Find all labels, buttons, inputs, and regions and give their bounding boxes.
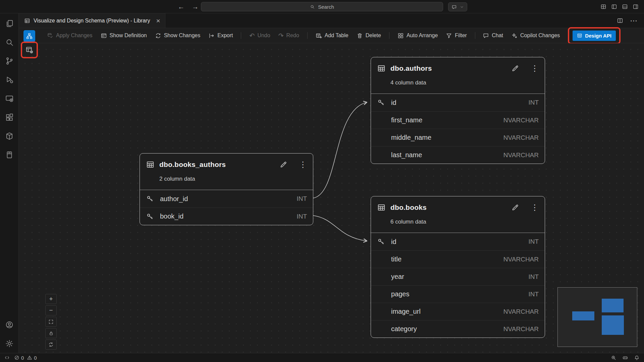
sync-icon [48,342,54,347]
layout-controls [600,0,639,13]
table-menu-button[interactable]: ⋮ [531,203,539,212]
minimap[interactable] [557,287,637,347]
copilot-titlebar-menu[interactable] [448,2,467,11]
entity-table-authors[interactable]: dbo.authors ⋮ 4 column data id INT first… [371,57,545,164]
apply-changes-button[interactable]: Apply Changes [47,33,93,39]
column-row[interactable]: first_name NVARCHAR [371,111,545,129]
toggle-secondary-sidebar-icon[interactable] [633,4,639,10]
column-type: INT [528,238,539,245]
notifications-bell-icon[interactable] [634,355,640,361]
column-name: year [391,273,404,281]
delete-button[interactable]: Delete [357,33,381,39]
table-icon [377,64,386,73]
account-icon[interactable] [2,317,17,332]
title-bar: ← → Search [0,0,644,13]
explorer-icon[interactable] [2,16,17,31]
column-row[interactable]: id INT [371,233,545,250]
redo-icon: ↷ [278,33,284,39]
status-bar: 0 0 [0,353,644,362]
column-rows: author_id INT book_id INT [140,190,313,225]
table-definition-view-button[interactable] [24,44,35,56]
entity-table-books[interactable]: dbo.books ⋮ 6 column data id INT title N… [371,196,545,338]
search-sidebar-icon[interactable] [2,35,17,50]
more-actions-icon[interactable]: ⋯ [630,16,637,25]
column-type: INT [528,99,539,106]
remote-indicator[interactable] [4,355,10,360]
edit-table-button[interactable] [279,161,287,169]
copilot-changes-button[interactable]: Copilot Changes [511,33,560,39]
schema-designer-view-button[interactable] [23,30,35,42]
column-row[interactable]: title NVARCHAR [371,250,545,268]
customize-layout-icon[interactable] [600,4,606,10]
reset-layout-button[interactable] [45,340,57,350]
auto-arrange-button[interactable]: Auto Arrange [397,33,438,39]
column-row[interactable]: last_name NVARCHAR [371,146,545,164]
zoom-out-button[interactable]: − [45,305,57,315]
fit-view-button[interactable] [45,317,57,327]
edit-table-button[interactable] [511,64,519,72]
lock-canvas-button[interactable] [45,328,57,338]
toggle-panel-icon[interactable] [622,4,628,10]
edit-table-button[interactable] [511,203,519,212]
copilot-status-icon[interactable] [622,355,628,361]
table-menu-button[interactable]: ⋮ [299,161,307,169]
filter-icon [446,33,452,39]
search-icon [310,4,315,9]
primary-key-icon [377,99,391,107]
column-row[interactable]: year INT [371,268,545,285]
column-name: book_id [160,213,183,220]
source-control-icon[interactable] [2,54,17,68]
column-row[interactable]: author_id INT [140,190,313,207]
toolbar-separator [241,32,241,39]
column-type: INT [528,291,539,298]
chat-bubble-icon [451,4,457,10]
toolbar-separator [307,32,308,39]
show-changes-button[interactable]: Show Changes [155,33,201,39]
extensions-icon[interactable] [2,110,17,125]
column-row[interactable]: image_url NVARCHAR [371,303,545,320]
entity-table-books-authors[interactable]: dbo.books_authors ⋮ 2 column data author… [140,153,313,225]
tab-schema-designer[interactable]: Visualize and Design Schema (Preview) - … [19,13,165,28]
fit-view-icon [48,319,54,324]
design-api-button[interactable]: Design API [573,31,616,41]
column-name: title [391,255,401,263]
zoom-indicator-icon[interactable] [611,355,616,361]
table-icon [146,160,155,169]
column-count-label: 2 column data [140,176,313,190]
toggle-sidebar-icon[interactable] [611,4,617,10]
filter-button[interactable]: Filter [446,33,467,39]
column-type: NVARCHAR [503,256,539,263]
column-name: id [391,99,396,107]
add-table-icon [316,33,322,39]
split-editor-icon[interactable] [617,17,623,24]
table-menu-button[interactable]: ⋮ [531,64,539,72]
column-row[interactable]: pages INT [371,285,545,303]
apply-changes-icon [47,33,53,39]
settings-gear-icon[interactable] [2,336,17,351]
show-definition-button[interactable]: Show Definition [101,33,147,39]
forward-button[interactable]: → [192,3,199,10]
remote-explorer-icon[interactable] [2,91,17,106]
sql-server-icon[interactable] [2,129,17,143]
minimap-table-rect [572,311,594,320]
column-row[interactable]: book_id INT [140,207,313,225]
run-debug-icon[interactable] [2,72,17,87]
schema-canvas[interactable]: dbo.books_authors ⋮ 2 column data author… [19,43,644,353]
search-box[interactable]: Search [201,2,443,11]
database-projects-icon[interactable] [2,147,17,162]
schema-designer-tab-icon [24,18,30,24]
redo-button[interactable]: ↷ Redo [278,33,299,39]
zoom-in-button[interactable]: + [45,294,57,304]
column-row[interactable]: category NVARCHAR [371,320,545,338]
undo-button[interactable]: ↶ Undo [249,33,270,39]
table-title: dbo.books [390,203,427,212]
problems-indicator[interactable]: 0 0 [14,355,37,361]
column-type: INT [528,273,539,281]
chat-button[interactable]: Chat [483,33,503,39]
column-row[interactable]: middle_name NVARCHAR [371,129,545,146]
add-table-button[interactable]: Add Table [316,33,348,39]
column-row[interactable]: id INT [371,94,545,111]
back-button[interactable]: ← [178,3,184,10]
export-button[interactable]: Export [208,33,233,39]
tab-close-icon[interactable]: × [156,17,160,24]
